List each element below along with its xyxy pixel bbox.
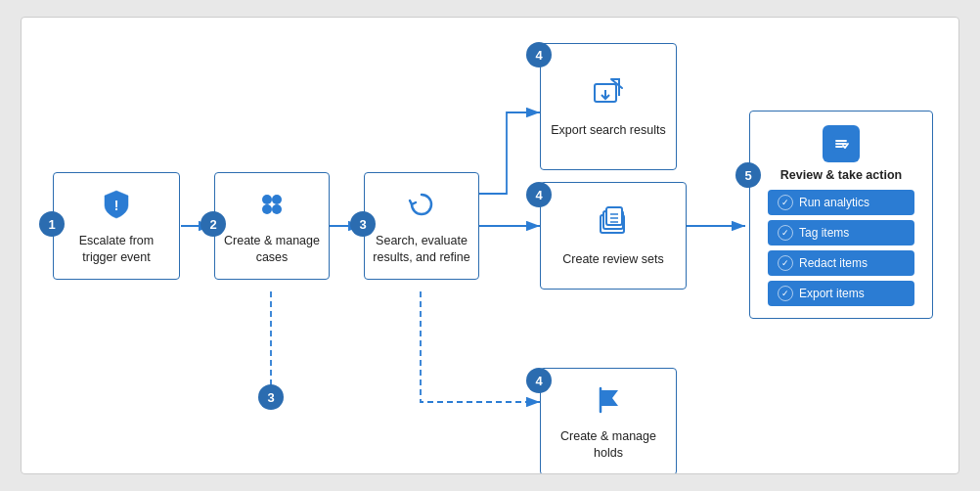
svg-point-8 — [262, 195, 272, 204]
svg-point-10 — [262, 204, 272, 214]
check-icon-tag: ✓ — [778, 225, 793, 241]
diagram-container: 1 ! Escalate from trigger event 2 Create… — [21, 17, 959, 474]
step5-badge: 5 — [735, 162, 761, 188]
shield-icon: ! — [101, 189, 132, 225]
step1-badge: 1 — [39, 211, 65, 237]
step2-box: Create & manage cases — [214, 172, 330, 280]
checklist-icon — [823, 125, 860, 162]
step3b-badge: 3 — [258, 384, 284, 410]
step4c-box: Create & manage holds — [540, 368, 677, 474]
panel-title: Review & take action — [780, 168, 902, 182]
step4a-box: Export search results — [540, 43, 677, 170]
step4a-badge: 4 — [526, 42, 552, 67]
apps-icon — [256, 189, 288, 225]
svg-point-11 — [272, 204, 282, 214]
svg-text:!: ! — [114, 198, 119, 213]
step3-box: Search, evaluate results, and refine — [364, 172, 479, 280]
check-icon-export: ✓ — [778, 286, 793, 301]
layers-icon — [597, 205, 630, 244]
step4a-label: Export search results — [551, 122, 665, 138]
action-panel: Review & take action ✓ Run analytics ✓ T… — [749, 111, 933, 319]
step4c-label: Create & manage holds — [549, 428, 668, 461]
step3-badge: 3 — [350, 211, 376, 237]
step4b-badge: 4 — [526, 182, 552, 207]
action-run-analytics: ✓ Run analytics — [768, 190, 914, 215]
svg-point-9 — [272, 195, 282, 204]
action-redact-items: ✓ Redact items — [768, 250, 914, 276]
step1-box: ! Escalate from trigger event — [53, 172, 180, 280]
check-icon-analytics: ✓ — [778, 195, 793, 210]
step1-label: Escalate from trigger event — [62, 233, 171, 265]
export-icon — [592, 76, 625, 114]
step3-label: Search, evaluate results, and refine — [373, 233, 470, 265]
step4c-badge: 4 — [526, 368, 552, 393]
step2-badge: 2 — [200, 211, 226, 237]
refresh-icon — [406, 189, 437, 225]
step4b-label: Create review sets — [562, 251, 664, 267]
action-tag-items: ✓ Tag items — [768, 220, 914, 246]
flag-icon — [593, 384, 624, 421]
check-icon-redact: ✓ — [778, 255, 793, 271]
action-export-items: ✓ Export items — [768, 281, 914, 306]
step4b-box: Create review sets — [540, 182, 687, 290]
step2-label: Create & manage cases — [223, 233, 321, 265]
